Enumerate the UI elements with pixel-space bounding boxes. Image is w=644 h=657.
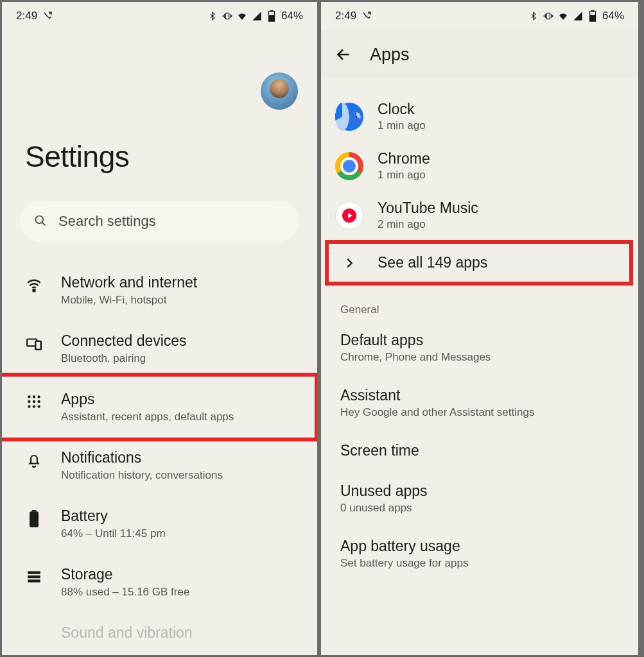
item-title: Screen time — [340, 442, 619, 459]
item-sub: 0 unused apps — [340, 502, 619, 515]
general-item-app-battery-usage[interactable]: App battery usage Set battery usage for … — [321, 526, 638, 581]
bell-icon — [21, 449, 47, 468]
sound-icon — [21, 624, 47, 627]
status-bar: 2:49 64% — [321, 2, 638, 30]
item-title: Unused apps — [340, 482, 619, 500]
item-title: Storage — [61, 566, 298, 583]
see-all-apps[interactable]: See all 149 apps — [321, 240, 638, 286]
svg-rect-23 — [546, 13, 550, 19]
signal-icon — [573, 11, 583, 21]
svg-point-16 — [33, 405, 35, 407]
devices-icon — [21, 332, 47, 352]
svg-rect-18 — [32, 510, 37, 511]
phone-left: 2:49 64% Settings — [0, 0, 319, 657]
profile-avatar[interactable] — [261, 73, 298, 110]
general-item-default-apps[interactable]: Default apps Chrome, Phone and Messages — [321, 320, 638, 375]
svg-point-15 — [28, 405, 30, 407]
svg-point-14 — [37, 400, 40, 403]
app-sub: 1 min ago — [378, 119, 624, 132]
app-sub: 2 min ago — [378, 218, 624, 231]
svg-point-17 — [37, 405, 40, 407]
battery-status-icon — [587, 11, 598, 21]
item-sub: 88% used – 15.16 GB free — [61, 586, 298, 599]
bluetooth-icon — [207, 11, 218, 21]
settings-item-connected-devices[interactable]: Connected devices Bluetooth, pairing — [2, 320, 317, 378]
app-bar: Apps — [321, 30, 638, 79]
svg-rect-3 — [268, 15, 274, 21]
general-item-screen-time[interactable]: Screen time — [321, 431, 638, 471]
svg-rect-26 — [589, 15, 595, 21]
app-item-clock[interactable]: Clock 1 min ago — [321, 92, 638, 141]
item-title: Default apps — [340, 332, 619, 349]
settings-item-apps[interactable]: Apps Assistant, recent apps, default app… — [2, 378, 317, 436]
apps-grid-icon — [21, 391, 47, 410]
search-icon — [34, 214, 48, 228]
app-item-chrome[interactable]: Chrome 1 min ago — [321, 141, 638, 191]
app-title: Chrome — [378, 150, 624, 167]
page-title: Settings — [2, 30, 317, 192]
item-title: Sound and vibration — [61, 624, 298, 642]
status-bar: 2:49 64% — [2, 2, 317, 30]
status-right: 64% — [207, 10, 303, 22]
clock-app-icon — [335, 103, 363, 131]
settings-item-storage[interactable]: Storage 88% used – 15.16 GB free — [2, 553, 317, 611]
settings-item-sound[interactable]: Sound and vibration — [2, 611, 317, 654]
item-sub: Notification history, conversations — [61, 469, 298, 482]
back-button[interactable] — [335, 46, 353, 64]
svg-point-11 — [37, 395, 40, 398]
item-sub: Hey Google and other Assistant settings — [340, 406, 619, 419]
bluetooth-icon — [528, 11, 539, 21]
battery-icon — [21, 508, 47, 528]
status-left: 2:49 — [335, 10, 372, 22]
app-item-youtube-music[interactable]: YouTube Music 2 min ago — [321, 191, 638, 240]
general-item-assistant[interactable]: Assistant Hey Google and other Assistant… — [321, 375, 638, 431]
svg-point-12 — [28, 400, 30, 403]
phone-right: 2:49 64% Apps — [319, 0, 640, 657]
svg-point-4 — [36, 216, 44, 224]
item-sub: Chrome, Phone and Messages — [340, 351, 619, 364]
svg-point-28 — [356, 115, 358, 117]
item-title: Notifications — [61, 449, 298, 466]
svg-rect-21 — [28, 576, 40, 578]
status-time: 2:49 — [335, 10, 356, 22]
svg-point-9 — [28, 395, 30, 398]
svg-point-10 — [33, 395, 35, 398]
general-item-unused-apps[interactable]: Unused apps 0 unused apps — [321, 471, 638, 526]
item-title: Assistant — [340, 387, 619, 404]
status-left: 2:49 — [16, 10, 53, 22]
svg-point-5 — [33, 289, 35, 291]
apps-list: Clock 1 min ago Chrome 1 min ago YouTube… — [321, 79, 638, 581]
item-title: Apps — [61, 391, 298, 408]
call-forward-icon — [361, 11, 372, 21]
item-title: App battery usage — [340, 538, 619, 555]
status-right: 64% — [528, 10, 624, 22]
svg-rect-0 — [225, 13, 229, 19]
search-settings[interactable]: Search settings — [20, 201, 299, 242]
item-title: Battery — [61, 508, 298, 525]
storage-icon — [21, 566, 47, 585]
settings-item-network[interactable]: Network and internet Mobile, Wi-Fi, hots… — [2, 261, 317, 320]
battery-percent: 64% — [602, 10, 624, 22]
search-placeholder: Search settings — [58, 213, 156, 230]
app-title: Clock — [378, 101, 624, 118]
signal-icon — [252, 11, 262, 21]
settings-item-battery[interactable]: Battery 64% – Until 11:45 pm — [2, 495, 317, 553]
settings-list: Network and internet Mobile, Wi-Fi, hots… — [2, 248, 317, 654]
call-forward-icon — [42, 11, 53, 21]
vibrate-icon — [222, 11, 232, 21]
wifi-status-icon — [558, 11, 568, 21]
battery-status-icon — [266, 11, 277, 21]
item-sub: Assistant, recent apps, default apps — [61, 411, 298, 423]
svg-rect-22 — [28, 579, 40, 582]
svg-rect-20 — [28, 571, 40, 574]
vibrate-icon — [543, 11, 553, 21]
item-sub: Mobile, Wi-Fi, hotspot — [61, 294, 298, 307]
app-sub: 1 min ago — [378, 169, 624, 182]
settings-item-notifications[interactable]: Notifications Notification history, conv… — [2, 436, 317, 495]
item-sub: Set battery usage for apps — [340, 557, 619, 570]
item-sub: Bluetooth, pairing — [61, 352, 298, 365]
svg-rect-7 — [35, 341, 41, 350]
item-sub: 64% – Until 11:45 pm — [61, 527, 298, 540]
chrome-app-icon — [335, 152, 363, 180]
battery-percent: 64% — [281, 10, 303, 22]
